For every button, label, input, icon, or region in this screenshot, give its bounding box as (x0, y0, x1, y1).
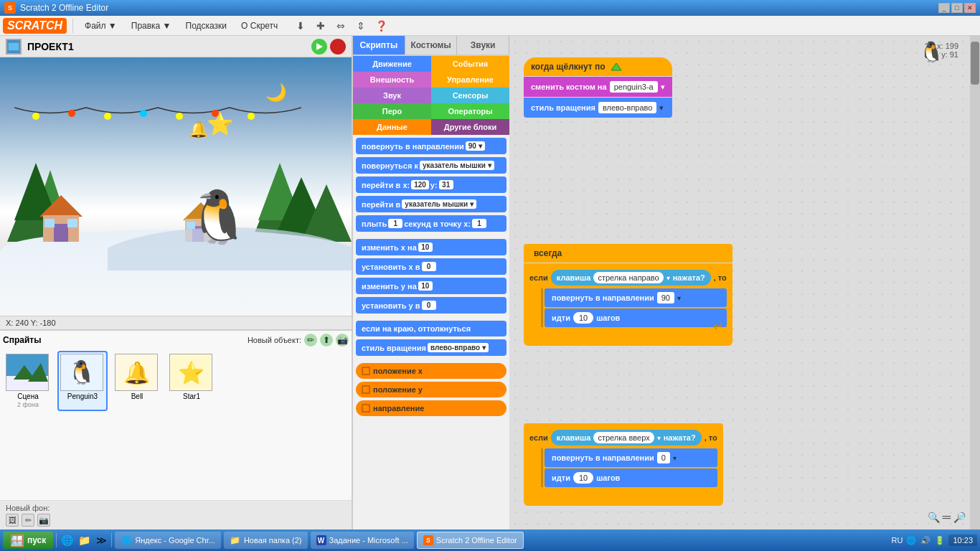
scripts-area[interactable]: x: 199 y: 91 🐧 когда щёлкнут по сменить … (509, 36, 980, 529)
blocks-palette: Скрипты Костюмы Звуки Движение События В… (352, 36, 509, 529)
resize-h-button[interactable]: ⇔ (332, 17, 349, 34)
close-button[interactable]: ✕ (964, 3, 976, 13)
menubar: SCRATCH Файл ▼ Правка ▼ Подсказки О Скре… (0, 16, 980, 36)
block-set-y[interactable]: установить у в 0 (356, 297, 507, 314)
move-steps-value-2: 10 (573, 472, 593, 484)
word-icon: W (316, 535, 326, 545)
tray-battery: 🔋 (934, 534, 946, 546)
green-flag-button[interactable] (311, 39, 327, 55)
svg-rect-21 (44, 219, 55, 227)
then-label-2: , то (705, 433, 717, 442)
change-costume-label: сменить костюм на (531, 83, 607, 91)
taskbar-item-scratch[interactable]: S Scratch 2 Offline Editor (417, 532, 524, 549)
stage-coordinates: X: 240 Y: -180 (0, 316, 352, 329)
block-point-towards[interactable]: повернуться к указатель мышки ▾ (356, 157, 507, 174)
block-go-to-xy[interactable]: перейти в x: 120 y: 31 (356, 176, 507, 193)
upload-sprite-button[interactable]: ⬆ (320, 334, 333, 347)
menu-file[interactable]: Файл ▼ (79, 19, 123, 33)
tab-costumes[interactable]: Костюмы (405, 36, 458, 55)
block-x-position[interactable]: положение х (356, 363, 507, 379)
start-button[interactable]: 🪟 пуск (3, 532, 53, 549)
turn-right-label: повернуть в направлении (552, 293, 654, 302)
pressed-label-2: нажата? (664, 433, 696, 442)
cat-more[interactable]: Другие блоки (431, 119, 509, 135)
taskbar-item-chrome[interactable]: 🌐 Яндекс - Google Chr... (115, 532, 221, 549)
title-text: Scratch 2 Offline Editor (20, 3, 938, 13)
sprite-item-scene[interactable]: Сцена2 фона (3, 351, 53, 411)
sprite-item-star[interactable]: ⭐ Star1 (166, 351, 217, 411)
rotation-value: влево-вправо (598, 102, 657, 113)
camera-bg-button[interactable]: 📷 (37, 514, 50, 527)
maximize-button[interactable]: □ (951, 3, 963, 13)
sprite-name-scene: Сцена2 фона (6, 392, 50, 408)
block-set-x[interactable]: установить х в 0 (356, 258, 507, 275)
paint-bg-button[interactable]: 🖼 (6, 514, 19, 527)
cat-data[interactable]: Данные (353, 119, 431, 135)
paint-sprite-button[interactable]: ✏ (304, 334, 317, 347)
edit-bg-button[interactable]: ✏ (22, 514, 34, 527)
scroll-thumb[interactable] (971, 42, 979, 85)
cat-operators[interactable]: Операторы (431, 103, 509, 119)
project-title: ПРОЕКТ1 (27, 41, 311, 52)
tab-sounds[interactable]: Звуки (457, 36, 509, 55)
sprite-preview: 🐧 (919, 40, 944, 64)
tab-scripts[interactable]: Скрипты (353, 36, 405, 55)
main-area: ПРОЕКТ1 🌙 (0, 36, 980, 529)
tray-volume: 🔊 (920, 534, 931, 546)
ql-icon-1[interactable]: 🌐 (60, 533, 74, 547)
right-scrollbar[interactable] (970, 36, 980, 529)
ql-icon-2[interactable]: 📁 (77, 533, 91, 547)
block-direction[interactable]: направление (356, 400, 507, 416)
help-button[interactable]: ❓ (372, 17, 390, 34)
script-block-3[interactable]: если клавиша стрелка вверх ▾ нажата? , т… (524, 423, 723, 506)
block-categories: Движение События Внешность Управление Зв… (353, 56, 509, 135)
titlebar: S Scratch 2 Offline Editor _ □ ✕ (0, 0, 980, 16)
penguin-sprite: 🐧 (187, 187, 251, 248)
block-rotation-style[interactable]: стиль вращения влево-вправо ▾ (356, 339, 507, 356)
ql-icon-3[interactable]: ≫ (94, 533, 108, 547)
block-glide[interactable]: плыть 1 секунд в точку x: 1 (356, 215, 507, 232)
pressed-label: нажата? (673, 273, 705, 282)
cat-motion[interactable]: Движение (353, 56, 431, 72)
block-go-to[interactable]: перейти в указатель мышки ▾ (356, 196, 507, 212)
key-label: клавиша (557, 273, 591, 282)
move-label-2: идти (552, 474, 570, 482)
block-change-y[interactable]: изменить у на 10 (356, 278, 507, 294)
stage-canvas[interactable]: 🌙 (0, 57, 352, 316)
steps-label-2: шагов (596, 474, 620, 482)
resize-v-button[interactable]: ⇕ (352, 17, 369, 34)
svg-rect-22 (67, 219, 77, 227)
sprite-item-bell[interactable]: 🔔 Bell (112, 351, 162, 411)
minimize-button[interactable]: _ (938, 3, 950, 13)
stop-button[interactable] (330, 39, 346, 55)
cat-sensing[interactable]: Сенсоры (431, 88, 509, 103)
menu-tips[interactable]: Подсказки (180, 19, 233, 33)
cat-looks[interactable]: Внешность (353, 72, 431, 88)
taskbar-item-folder[interactable]: 📁 Новая папка (2) (224, 532, 308, 549)
cat-sound[interactable]: Звук (353, 88, 431, 103)
camera-sprite-button[interactable]: 📷 (336, 334, 349, 347)
bell-sprite: 🔔 (189, 121, 208, 139)
sprite-item-penguin[interactable]: 🐧 Penguin3 (57, 351, 108, 411)
block-point-direction[interactable]: повернуть в направлении 90 ▾ (356, 138, 507, 154)
zoom-in-button[interactable]: 🔎 (953, 512, 966, 523)
script-block-2[interactable]: всегда если клавиша стрелка направо ▾ на… (524, 244, 732, 346)
svg-marker-2 (316, 43, 323, 50)
block-if-on-edge[interactable]: если на краю, оттолкнуться (356, 321, 507, 336)
cat-pen[interactable]: Перо (353, 103, 431, 119)
if-label-2: если (529, 433, 548, 442)
sprites-label: Спрайты (3, 335, 41, 345)
block-change-x[interactable]: изменить х на 10 (356, 239, 507, 255)
block-y-position[interactable]: положение у (356, 382, 507, 397)
menu-edit[interactable]: Правка ▼ (126, 19, 177, 33)
upload-button[interactable]: ⬇ (292, 17, 309, 34)
key-label-2: клавиша (557, 433, 591, 442)
cat-control[interactable]: Управление (431, 72, 509, 88)
zoom-out-button[interactable]: 🔍 (928, 512, 940, 523)
script-block-1[interactable]: когда щёлкнут по сменить костюм на pengu… (524, 57, 672, 118)
zoom-reset-button[interactable]: ═ (943, 511, 951, 524)
menu-about[interactable]: О Скретч (235, 19, 283, 33)
fullscreen-button[interactable]: ✚ (312, 17, 329, 34)
cat-events[interactable]: События (431, 56, 509, 72)
taskbar-item-word[interactable]: W Задание - Microsoft ... (311, 532, 414, 549)
